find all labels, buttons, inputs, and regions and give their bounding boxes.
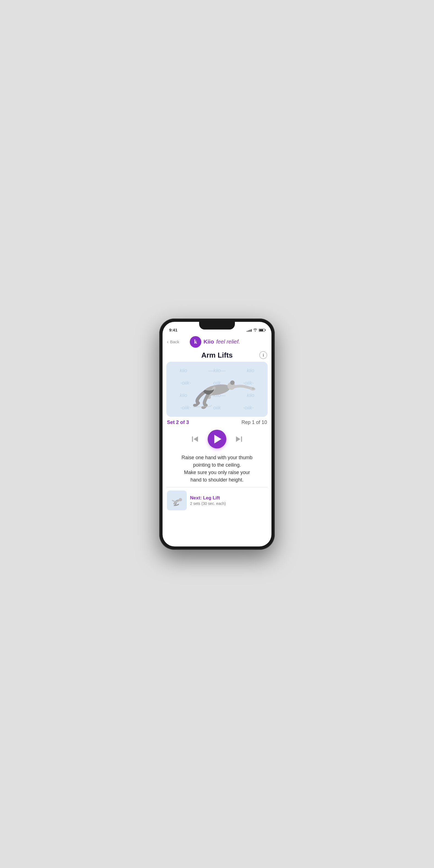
exercise-illustration bbox=[178, 367, 256, 411]
next-exercise-subtitle: 2 sets (30 sec. each) bbox=[190, 501, 267, 506]
back-label: Back bbox=[170, 339, 179, 344]
instruction-line4: hand to shoulder height. bbox=[190, 477, 243, 483]
phone-screen: 9:41 bbox=[163, 322, 271, 547]
next-exercise-info: Next: Leg Lift 2 sets (30 sec. each) bbox=[190, 495, 267, 506]
instruction-line3: Make sure you only raise your bbox=[184, 470, 250, 475]
logo-name: Kiio bbox=[203, 339, 214, 345]
info-button[interactable]: ℹ bbox=[259, 351, 267, 359]
signal-bar-1 bbox=[247, 331, 247, 332]
app-content: ‹ Back k Kiio feel relief. Arm Lifts ℹ bbox=[163, 334, 271, 547]
signal-bar-2 bbox=[248, 330, 249, 332]
media-controls bbox=[163, 427, 271, 452]
logo-area: k Kiio feel relief. bbox=[179, 336, 251, 348]
svg-rect-7 bbox=[241, 436, 242, 442]
svg-marker-8 bbox=[236, 436, 240, 442]
status-icons bbox=[247, 328, 265, 332]
instructions: Raise one hand with your thumb pointing … bbox=[163, 452, 271, 487]
exercise-title: Arm Lifts bbox=[201, 351, 233, 360]
exercise-figure bbox=[166, 362, 268, 417]
play-icon bbox=[214, 435, 222, 443]
signal-bars-icon bbox=[247, 329, 252, 332]
set-rep-row: Set 2 of 3 Rep 1 of 10 bbox=[163, 417, 271, 427]
phone-frame: 9:41 bbox=[159, 318, 275, 550]
wifi-icon bbox=[253, 328, 258, 332]
svg-rect-5 bbox=[192, 436, 193, 442]
instruction-line2: pointing to the ceiling. bbox=[193, 462, 241, 468]
next-exercise-row[interactable]: Next: Leg Lift 2 sets (30 sec. each) bbox=[163, 487, 271, 514]
signal-bar-4 bbox=[251, 329, 252, 332]
next-exercise-illustration bbox=[169, 492, 185, 509]
back-button[interactable]: ‹ Back bbox=[167, 339, 179, 344]
status-time: 9:41 bbox=[169, 328, 177, 332]
next-exercise-thumbnail bbox=[167, 491, 187, 510]
battery-icon bbox=[259, 329, 265, 332]
set-label: Set 2 of 3 bbox=[167, 420, 189, 425]
signal-bar-3 bbox=[249, 330, 250, 332]
logo-circle: k bbox=[190, 336, 201, 348]
instruction-line1: Raise one hand with your thumb bbox=[181, 455, 253, 460]
svg-point-2 bbox=[230, 380, 235, 385]
logo-letter: k bbox=[194, 339, 197, 345]
nav-header: ‹ Back k Kiio feel relief. bbox=[163, 334, 271, 350]
svg-marker-6 bbox=[194, 436, 198, 442]
info-icon: ℹ bbox=[263, 353, 264, 357]
next-exercise-title: Next: Leg Lift bbox=[190, 495, 267, 501]
prev-button[interactable] bbox=[190, 434, 200, 444]
instruction-text: Raise one hand with your thumb pointing … bbox=[169, 454, 265, 484]
exercise-image: kiio —kiio— kiio -oiik- oiik -oiik- kiio… bbox=[166, 362, 268, 417]
logo-tagline: feel relief. bbox=[216, 339, 240, 345]
battery-fill bbox=[259, 329, 263, 331]
back-chevron-icon: ‹ bbox=[167, 339, 168, 344]
exercise-title-row: Arm Lifts ℹ bbox=[163, 350, 271, 362]
rep-label: Rep 1 of 10 bbox=[241, 420, 267, 425]
next-button[interactable] bbox=[234, 434, 244, 444]
notch bbox=[199, 322, 235, 330]
play-button[interactable] bbox=[208, 430, 226, 448]
